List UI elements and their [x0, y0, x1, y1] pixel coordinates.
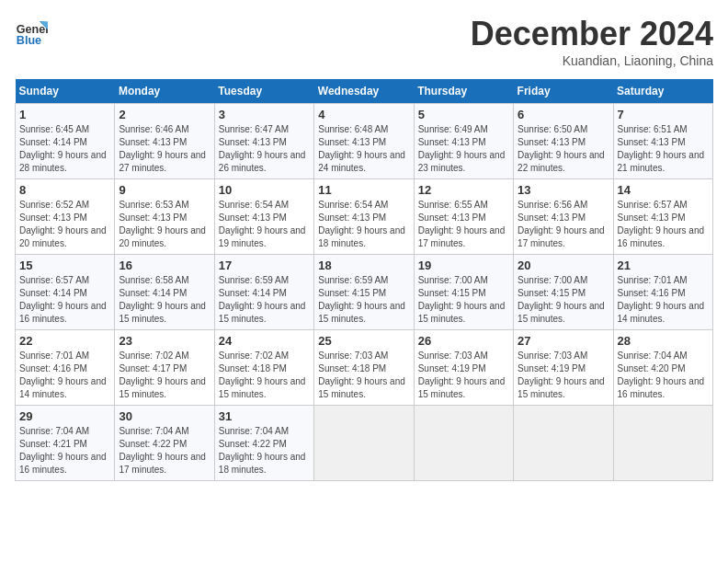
day-info: Sunrise: 6:48 AM Sunset: 4:13 PM Dayligh…: [318, 123, 409, 175]
day-info: Sunrise: 7:02 AM Sunset: 4:18 PM Dayligh…: [219, 350, 310, 401]
calendar-cell: 22 Sunrise: 7:01 AM Sunset: 4:16 PM Dayl…: [16, 330, 115, 406]
day-info: Sunrise: 7:01 AM Sunset: 4:16 PM Dayligh…: [618, 274, 709, 326]
day-number: 15: [19, 259, 110, 272]
day-info: Sunrise: 6:49 AM Sunset: 4:13 PM Dayligh…: [418, 123, 509, 175]
calendar-week-row: 1 Sunrise: 6:45 AM Sunset: 4:14 PM Dayli…: [16, 104, 713, 179]
day-number: 20: [518, 259, 609, 272]
day-number: 11: [318, 183, 409, 197]
calendar-cell: 26 Sunrise: 7:03 AM Sunset: 4:19 PM Dayl…: [414, 330, 513, 406]
day-number: 27: [518, 334, 609, 348]
logo-icon: General Blue: [15, 15, 48, 48]
day-info: Sunrise: 7:04 AM Sunset: 4:21 PM Dayligh…: [19, 425, 110, 477]
calendar-cell: 4 Sunrise: 6:48 AM Sunset: 4:13 PM Dayli…: [314, 104, 414, 179]
day-info: Sunrise: 7:02 AM Sunset: 4:17 PM Dayligh…: [119, 350, 210, 401]
calendar-cell: 18 Sunrise: 6:59 AM Sunset: 4:15 PM Dayl…: [314, 255, 414, 330]
day-number: 13: [518, 183, 609, 197]
calendar-cell: 14 Sunrise: 6:57 AM Sunset: 4:13 PM Dayl…: [613, 179, 712, 255]
day-number: 21: [618, 259, 709, 272]
day-info: Sunrise: 7:01 AM Sunset: 4:16 PM Dayligh…: [19, 350, 110, 401]
calendar-cell: 1 Sunrise: 6:45 AM Sunset: 4:14 PM Dayli…: [16, 104, 115, 179]
calendar-cell: [414, 406, 513, 481]
day-number: 4: [318, 108, 409, 121]
weekday-header: Thursday: [414, 79, 513, 104]
day-info: Sunrise: 6:53 AM Sunset: 4:13 PM Dayligh…: [119, 199, 210, 250]
calendar-cell: 9 Sunrise: 6:53 AM Sunset: 4:13 PM Dayli…: [115, 179, 214, 255]
day-info: Sunrise: 6:51 AM Sunset: 4:13 PM Dayligh…: [618, 123, 709, 175]
day-info: Sunrise: 7:03 AM Sunset: 4:18 PM Dayligh…: [318, 350, 409, 401]
calendar-cell: 2 Sunrise: 6:46 AM Sunset: 4:13 PM Dayli…: [115, 104, 214, 179]
day-info: Sunrise: 6:57 AM Sunset: 4:14 PM Dayligh…: [19, 274, 110, 326]
day-number: 22: [19, 334, 110, 348]
logo: General Blue: [15, 15, 48, 48]
calendar-cell: [613, 406, 712, 481]
day-number: 17: [219, 259, 310, 272]
weekday-header: Sunday: [16, 79, 115, 104]
day-info: Sunrise: 7:03 AM Sunset: 4:19 PM Dayligh…: [418, 350, 509, 401]
calendar-cell: 27 Sunrise: 7:03 AM Sunset: 4:19 PM Dayl…: [514, 330, 613, 406]
calendar-cell: 15 Sunrise: 6:57 AM Sunset: 4:14 PM Dayl…: [16, 255, 115, 330]
calendar-cell: 8 Sunrise: 6:52 AM Sunset: 4:13 PM Dayli…: [16, 179, 115, 255]
day-number: 14: [618, 183, 709, 197]
weekday-header: Tuesday: [214, 79, 313, 104]
day-info: Sunrise: 6:59 AM Sunset: 4:14 PM Dayligh…: [219, 274, 310, 326]
day-number: 3: [219, 108, 310, 121]
day-info: Sunrise: 7:00 AM Sunset: 4:15 PM Dayligh…: [518, 274, 609, 326]
day-info: Sunrise: 7:04 AM Sunset: 4:22 PM Dayligh…: [219, 425, 310, 477]
day-number: 1: [19, 108, 110, 121]
calendar-week-row: 8 Sunrise: 6:52 AM Sunset: 4:13 PM Dayli…: [16, 179, 713, 255]
calendar-cell: 3 Sunrise: 6:47 AM Sunset: 4:13 PM Dayli…: [214, 104, 313, 179]
calendar-week-row: 29 Sunrise: 7:04 AM Sunset: 4:21 PM Dayl…: [16, 406, 713, 481]
day-number: 10: [219, 183, 310, 197]
calendar-cell: [514, 406, 613, 481]
calendar-cell: 16 Sunrise: 6:58 AM Sunset: 4:14 PM Dayl…: [115, 255, 214, 330]
calendar-cell: 28 Sunrise: 7:04 AM Sunset: 4:20 PM Dayl…: [613, 330, 712, 406]
weekday-header: Saturday: [613, 79, 712, 104]
day-info: Sunrise: 6:59 AM Sunset: 4:15 PM Dayligh…: [318, 274, 409, 326]
svg-text:Blue: Blue: [17, 34, 41, 47]
calendar-table: SundayMondayTuesdayWednesdayThursdayFrid…: [15, 79, 713, 481]
day-number: 24: [219, 334, 310, 348]
calendar-cell: 6 Sunrise: 6:50 AM Sunset: 4:13 PM Dayli…: [514, 104, 613, 179]
day-number: 12: [418, 183, 509, 197]
day-info: Sunrise: 7:04 AM Sunset: 4:22 PM Dayligh…: [119, 425, 210, 477]
day-number: 31: [219, 409, 310, 423]
calendar-cell: 20 Sunrise: 7:00 AM Sunset: 4:15 PM Dayl…: [514, 255, 613, 330]
day-number: 8: [19, 183, 110, 197]
day-info: Sunrise: 7:04 AM Sunset: 4:20 PM Dayligh…: [618, 350, 709, 401]
day-number: 5: [418, 108, 509, 121]
calendar-cell: 12 Sunrise: 6:55 AM Sunset: 4:13 PM Dayl…: [414, 179, 513, 255]
calendar-cell: 30 Sunrise: 7:04 AM Sunset: 4:22 PM Dayl…: [115, 406, 214, 481]
page-header: General Blue December 2024 Kuandian, Lia…: [15, 15, 713, 68]
calendar-cell: 25 Sunrise: 7:03 AM Sunset: 4:18 PM Dayl…: [314, 330, 414, 406]
calendar-cell: 17 Sunrise: 6:59 AM Sunset: 4:14 PM Dayl…: [214, 255, 313, 330]
day-number: 9: [119, 183, 210, 197]
calendar-cell: 13 Sunrise: 6:56 AM Sunset: 4:13 PM Dayl…: [514, 179, 613, 255]
day-number: 7: [618, 108, 709, 121]
weekday-header: Wednesday: [314, 79, 414, 104]
day-info: Sunrise: 6:52 AM Sunset: 4:13 PM Dayligh…: [19, 199, 110, 250]
day-number: 25: [318, 334, 409, 348]
calendar-cell: 31 Sunrise: 7:04 AM Sunset: 4:22 PM Dayl…: [214, 406, 313, 481]
day-info: Sunrise: 6:57 AM Sunset: 4:13 PM Dayligh…: [618, 199, 709, 250]
day-info: Sunrise: 6:56 AM Sunset: 4:13 PM Dayligh…: [518, 199, 609, 250]
day-number: 30: [119, 409, 210, 423]
month-title: December 2024: [471, 15, 713, 53]
weekday-header: Friday: [514, 79, 613, 104]
day-info: Sunrise: 6:54 AM Sunset: 4:13 PM Dayligh…: [219, 199, 310, 250]
day-info: Sunrise: 6:54 AM Sunset: 4:13 PM Dayligh…: [318, 199, 409, 250]
calendar-cell: 23 Sunrise: 7:02 AM Sunset: 4:17 PM Dayl…: [115, 330, 214, 406]
calendar-cell: 29 Sunrise: 7:04 AM Sunset: 4:21 PM Dayl…: [16, 406, 115, 481]
day-number: 26: [418, 334, 509, 348]
day-number: 28: [618, 334, 709, 348]
calendar-cell: 5 Sunrise: 6:49 AM Sunset: 4:13 PM Dayli…: [414, 104, 513, 179]
calendar-cell: 24 Sunrise: 7:02 AM Sunset: 4:18 PM Dayl…: [214, 330, 313, 406]
weekday-header-row: SundayMondayTuesdayWednesdayThursdayFrid…: [16, 79, 713, 104]
day-number: 16: [119, 259, 210, 272]
calendar-cell: 21 Sunrise: 7:01 AM Sunset: 4:16 PM Dayl…: [613, 255, 712, 330]
day-number: 29: [19, 409, 110, 423]
calendar-cell: [314, 406, 414, 481]
day-number: 18: [318, 259, 409, 272]
weekday-header: Monday: [115, 79, 214, 104]
day-info: Sunrise: 6:45 AM Sunset: 4:14 PM Dayligh…: [19, 123, 110, 175]
location: Kuandian, Liaoning, China: [471, 53, 713, 68]
